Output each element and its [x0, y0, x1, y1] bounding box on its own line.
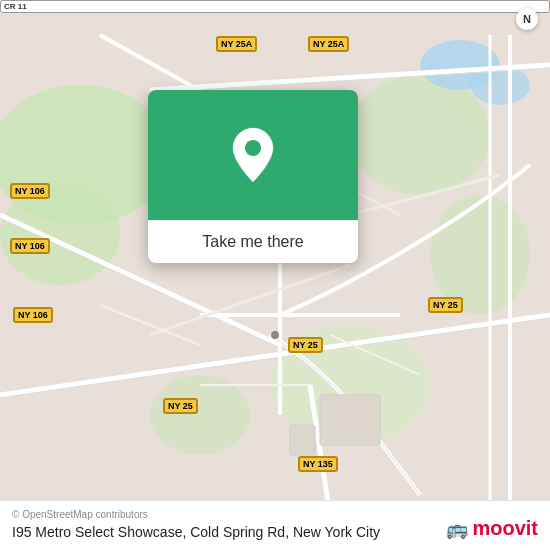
svg-point-29: [271, 331, 279, 339]
road-label-ny106-1: NY 106: [10, 183, 50, 199]
popup-green-area: [148, 90, 358, 220]
bus-icon: 🚌: [446, 518, 468, 540]
road-label-ny25a-1: NY 25A: [216, 36, 257, 52]
popup-button-area[interactable]: Take me there: [148, 220, 358, 263]
road-label-ny25-2: NY 25: [288, 337, 323, 353]
svg-point-6: [150, 375, 250, 455]
road-label-ny25a-2: NY 25A: [308, 36, 349, 52]
svg-rect-28: [290, 425, 315, 455]
svg-rect-27: [320, 395, 380, 445]
map-container: Take me there NY 106 NY 106 NY 106 NY 25…: [0, 0, 550, 550]
footer: © OpenStreetMap contributors I95 Metro S…: [0, 500, 550, 550]
road-label-ny25-1: NY 25: [163, 398, 198, 414]
take-me-there-button[interactable]: Take me there: [202, 233, 303, 250]
map-background: [0, 0, 550, 550]
road-label-ny106-3: NY 106: [13, 307, 53, 323]
moovit-logo-area: 🚌 moovit: [446, 517, 538, 540]
svg-point-30: [245, 140, 261, 156]
svg-point-3: [350, 75, 490, 195]
moovit-brand: moovit: [472, 517, 538, 540]
road-label-ny106-2: NY 106: [10, 238, 50, 254]
road-label-ny25-3: NY 25: [428, 297, 463, 313]
svg-point-2: [0, 185, 120, 285]
road-label-ny135: NY 135: [298, 456, 338, 472]
location-pin-icon: [229, 126, 277, 184]
popup-card: Take me there: [148, 90, 358, 263]
compass-north: N: [516, 8, 538, 30]
